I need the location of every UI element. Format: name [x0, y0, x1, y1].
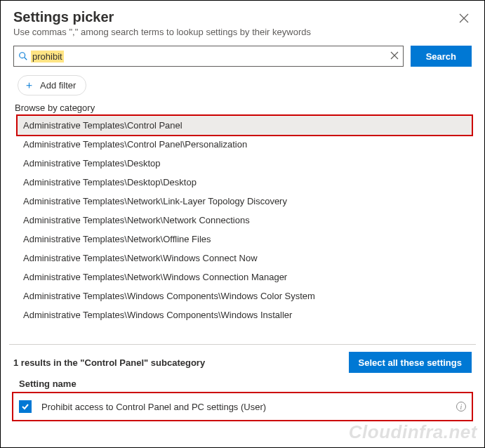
category-item[interactable]: Administrative Templates\Windows Compone… — [18, 305, 472, 324]
clear-search-button[interactable] — [390, 51, 399, 62]
close-button[interactable] — [456, 11, 472, 28]
plus-icon: ＋ — [24, 79, 34, 92]
page-title: Settings picker — [13, 9, 311, 25]
category-item[interactable]: Administrative Templates\Network\Offline… — [18, 230, 472, 249]
svg-line-1 — [25, 58, 27, 60]
info-icon[interactable]: i — [456, 402, 466, 411]
category-item[interactable]: Administrative Templates\Windows Compone… — [18, 286, 472, 305]
select-all-button[interactable]: Select all these settings — [349, 352, 472, 373]
svg-point-0 — [20, 53, 25, 58]
search-icon — [18, 51, 28, 61]
setting-label: Prohibit access to Control Panel and PC … — [41, 402, 446, 412]
close-icon — [459, 13, 469, 23]
add-filter-label: Add filter — [40, 80, 76, 91]
results-summary: 1 results in the "Control Panel" subcate… — [13, 357, 205, 368]
category-item[interactable]: Administrative Templates\Network\Windows… — [18, 249, 472, 268]
divider — [9, 344, 476, 345]
search-button[interactable]: Search — [411, 46, 472, 67]
search-input[interactable]: prohibit — [31, 51, 64, 62]
category-item[interactable]: Administrative Templates\Control Panel\P… — [18, 135, 472, 154]
browse-by-category-label: Browse by category — [15, 103, 472, 113]
category-item[interactable]: Administrative Templates\Network\Link-La… — [18, 192, 472, 211]
category-item[interactable]: Administrative Templates\Desktop\Desktop — [18, 173, 472, 192]
setting-row[interactable]: Prohibit access to Control Panel and PC … — [13, 393, 472, 420]
category-item[interactable]: Administrative Templates\Control Panel — [18, 116, 472, 135]
column-header-setting-name: Setting name — [19, 378, 472, 389]
category-item[interactable]: Administrative Templates\Network\Network… — [18, 211, 472, 230]
category-item[interactable]: Administrative Templates\Network\Windows… — [18, 268, 472, 286]
category-item[interactable]: Administrative Templates\Desktop — [18, 154, 472, 173]
add-filter-button[interactable]: ＋ Add filter — [18, 75, 86, 95]
search-box[interactable]: prohibit — [13, 46, 404, 67]
close-icon — [390, 51, 399, 60]
check-icon — [21, 402, 29, 411]
watermark: Cloudinfra.net — [349, 421, 477, 443]
page-subtitle: Use commas "," among search terms to loo… — [13, 27, 311, 37]
setting-checkbox[interactable] — [19, 400, 32, 413]
category-list: Administrative Templates\Control PanelAd… — [18, 116, 472, 324]
